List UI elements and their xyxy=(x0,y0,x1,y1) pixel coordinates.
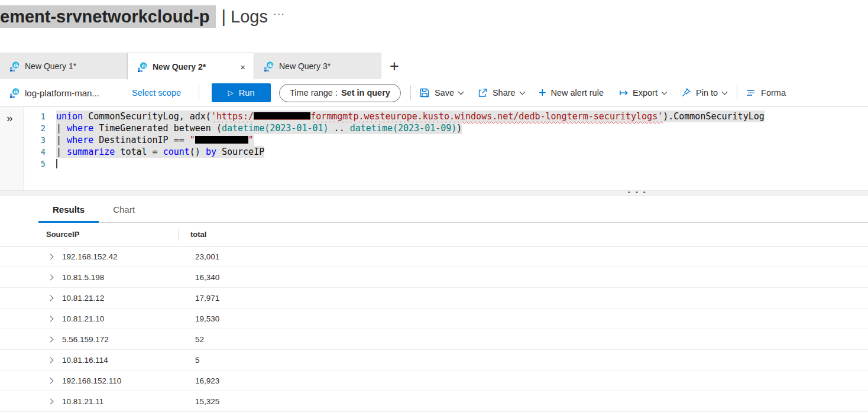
code-token: () xyxy=(190,147,206,157)
close-tab-icon[interactable]: × xyxy=(238,62,248,72)
tab-new-query-2[interactable]: New Query 2* × xyxy=(127,53,254,80)
cell-total: 23,001 xyxy=(195,252,219,261)
redaction-box xyxy=(254,112,310,120)
table-row[interactable]: 10.81.21.1019,530 xyxy=(0,308,868,329)
format-label: Forma xyxy=(761,88,786,98)
chevron-down-icon xyxy=(722,89,728,95)
tab-chart[interactable]: Chart xyxy=(99,196,149,223)
cell-total: 16,923 xyxy=(195,376,219,385)
time-range-picker[interactable]: Time range : Set in query xyxy=(279,84,401,102)
time-range-value: Set in query xyxy=(341,88,390,98)
editor-results-splitter[interactable]: • • • xyxy=(0,190,868,196)
code-text: union CommonSecurityLog, adx('https:/for… xyxy=(56,110,765,122)
scope-name: log-platform-man... xyxy=(25,88,101,98)
new-tab-button[interactable]: + xyxy=(390,58,399,74)
expand-row-chevron-icon[interactable] xyxy=(46,296,54,300)
expand-row-chevron-icon[interactable] xyxy=(46,399,54,404)
play-icon: ▷ xyxy=(228,89,234,97)
select-scope-link[interactable]: Select scope xyxy=(132,88,181,98)
code-line[interactable]: 4| summarize total = count() by SourceIP xyxy=(24,146,868,158)
column-header-sourceip[interactable]: SourceIP xyxy=(46,230,179,239)
code-token: ).CommonSecurityLog xyxy=(663,111,765,122)
table-row[interactable]: 10.81.21.1115,325 xyxy=(0,391,868,412)
line-number: 1 xyxy=(24,110,56,122)
code-token xyxy=(56,159,57,168)
cell-source-ip: 10.81.16.114 xyxy=(62,356,187,365)
cell-total: 16,340 xyxy=(195,273,219,282)
table-row[interactable]: 192.168.152.4223,001 xyxy=(0,246,868,267)
code-token: " xyxy=(248,135,254,145)
query-tab-strip: New Query 1* New Query 2* × New Query 3*… xyxy=(0,52,868,79)
editor-top-border xyxy=(0,106,868,107)
table-row[interactable]: 10.81.5.19816,340 xyxy=(0,267,868,288)
chevron-down-icon xyxy=(519,89,525,95)
chevron-down-icon xyxy=(458,89,464,95)
expand-row-chevron-icon[interactable] xyxy=(46,358,54,362)
toolbar-divider xyxy=(199,85,199,100)
line-number: 3 xyxy=(24,134,56,146)
tab-label: New Query 2* xyxy=(153,62,238,72)
table-row[interactable]: 10.81.21.1217,971 xyxy=(0,288,868,308)
share-button[interactable]: Share xyxy=(477,87,524,98)
cell-total: 17,971 xyxy=(195,294,219,303)
table-row[interactable]: 192.168.152.11016,923 xyxy=(0,370,868,391)
expand-row-chevron-icon[interactable] xyxy=(46,379,54,383)
cell-source-ip: 192.168.152.42 xyxy=(62,252,187,261)
run-button-label: Run xyxy=(239,88,255,98)
new-alert-rule-button[interactable]: + New alert rule xyxy=(539,86,604,99)
code-token: datetime(2023-01-09) xyxy=(350,123,457,134)
code-token: DestinationIP == xyxy=(93,135,190,145)
table-row[interactable]: 5.56.159.17252 xyxy=(0,329,868,350)
more-menu-icon[interactable]: ··· xyxy=(273,8,285,20)
chevron-down-icon xyxy=(662,89,668,95)
cell-source-ip: 10.81.21.10 xyxy=(62,314,187,323)
pin-to-button[interactable]: Pin to xyxy=(681,87,727,98)
code-token: | xyxy=(56,147,67,157)
code-line[interactable]: 2| where TimeGenerated between (datetime… xyxy=(24,122,868,134)
code-text: | where DestinationIP == "" xyxy=(56,134,254,146)
share-label: Share xyxy=(493,88,516,98)
line-number: 2 xyxy=(24,122,56,134)
expand-row-chevron-icon[interactable] xyxy=(46,275,54,280)
table-row[interactable]: 10.81.16.1145 xyxy=(0,350,868,370)
expand-schema-pane-icon[interactable]: » xyxy=(7,112,13,125)
new-alert-rule-label: New alert rule xyxy=(551,88,604,98)
format-icon xyxy=(746,87,756,98)
cell-total: 5 xyxy=(195,356,200,365)
code-token: | xyxy=(56,135,67,145)
expand-row-chevron-icon[interactable] xyxy=(46,337,54,342)
cell-total: 52 xyxy=(195,335,204,344)
log-analytics-icon xyxy=(264,61,274,72)
splitter-handle-icon[interactable]: • • • xyxy=(628,188,647,196)
run-button[interactable]: ▷ Run xyxy=(212,83,271,102)
code-line[interactable]: 5 xyxy=(24,158,868,170)
line-number: 4 xyxy=(24,146,56,158)
expand-row-chevron-icon[interactable] xyxy=(46,255,54,259)
tab-new-query-1[interactable]: New Query 1* xyxy=(0,53,127,79)
code-line[interactable]: 3| where DestinationIP == "" xyxy=(24,134,868,146)
code-token: 'https:/ xyxy=(211,111,254,122)
time-range-label: Time range : xyxy=(290,88,338,98)
export-button[interactable]: ↦ Export xyxy=(619,87,666,98)
save-button[interactable]: Save xyxy=(419,87,463,98)
tab-results[interactable]: Results xyxy=(38,196,99,223)
code-line[interactable]: 1union CommonSecurityLog, adx('https:/fo… xyxy=(24,110,868,122)
query-toolbar: log-platform-man... Select scope ▷ Run T… xyxy=(0,79,868,106)
code-token: | xyxy=(56,123,67,134)
tab-new-query-3[interactable]: New Query 3* xyxy=(254,53,381,79)
code-token: .. xyxy=(329,123,350,134)
code-token: TimeGenerated between ( xyxy=(93,123,222,134)
format-query-button[interactable]: Forma xyxy=(746,87,786,98)
plus-icon: + xyxy=(539,86,546,99)
expand-row-chevron-icon[interactable] xyxy=(46,317,54,321)
cell-source-ip: 10.81.21.11 xyxy=(62,397,187,406)
cell-source-ip: 10.81.21.12 xyxy=(62,294,187,303)
query-editor[interactable]: 1union CommonSecurityLog, adx('https:/fo… xyxy=(24,110,868,190)
column-header-total[interactable]: total xyxy=(190,230,206,239)
log-analytics-icon xyxy=(9,61,20,72)
code-token: formmgmtp.westeurope.kusto.windows.net/d… xyxy=(310,111,663,122)
code-token: ) xyxy=(456,123,462,134)
column-divider[interactable] xyxy=(179,229,179,240)
code-token: summarize xyxy=(67,147,115,157)
code-token: datetime(2023-01-01) xyxy=(222,123,329,134)
